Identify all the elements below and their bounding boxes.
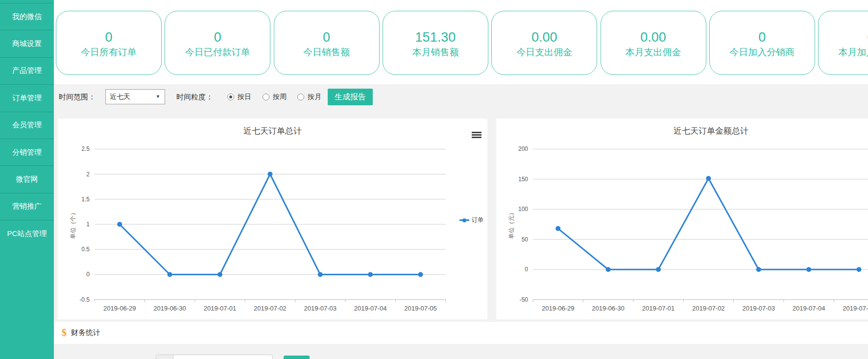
svg-text:2019-07-04: 2019-07-04 xyxy=(354,305,387,312)
svg-text:-0.5: -0.5 xyxy=(79,296,90,303)
radio-label: 按日 xyxy=(238,93,251,100)
stat-card-label: 今日销售额 xyxy=(274,46,379,59)
svg-text:0: 0 xyxy=(86,271,90,278)
svg-text:2: 2 xyxy=(86,171,90,178)
stat-card-label: 本月加入分销商 xyxy=(819,46,868,59)
legend-series-name: 订单 xyxy=(472,216,483,224)
time-range-select[interactable]: 近七天 ▼ xyxy=(105,89,165,104)
finance-section-header: $ 财务统计 xyxy=(54,322,868,344)
sidebar-item-7[interactable]: 微官网 xyxy=(0,166,54,192)
radio-option[interactable]: 按日 xyxy=(227,93,251,100)
sidebar-item-6[interactable]: 分销管理 xyxy=(0,139,54,166)
svg-text:2019-07-05: 2019-07-05 xyxy=(843,305,868,312)
svg-text:0.5: 0.5 xyxy=(81,246,90,253)
stat-card: 0今日销售额 xyxy=(274,11,380,75)
svg-text:2019-07-03: 2019-07-03 xyxy=(742,305,775,312)
stat-card-value: 151.30 xyxy=(383,30,488,45)
svg-text:100: 100 xyxy=(518,206,528,213)
stat-card-value: 0.00 xyxy=(601,30,706,45)
sidebar-item-8[interactable]: 营销推广 xyxy=(0,193,54,220)
svg-text:0: 0 xyxy=(525,266,528,273)
svg-text:2019-07-05: 2019-07-05 xyxy=(404,305,437,312)
bottom-action-button[interactable] xyxy=(284,356,310,359)
sidebar-nav: 我的微信商城设置产品管理订单管理会员管理分销管理微官网营销推广PC站点管理 xyxy=(0,0,54,359)
sidebar-item-4[interactable]: 订单管理 xyxy=(0,84,54,111)
stat-card-value: 0 xyxy=(165,30,270,45)
radio-label: 按周 xyxy=(273,93,287,100)
stat-card-label: 今日已付款订单 xyxy=(165,46,270,59)
svg-text:2019-06-29: 2019-06-29 xyxy=(542,305,575,312)
time-range-label: 时间范围： xyxy=(59,93,96,101)
stat-card-label: 今日加入分销商 xyxy=(710,46,815,59)
stat-card: 0今日已付款订单 xyxy=(165,11,270,75)
chart-panel: 2.521.510.50-0.52019-06-292019-06-302019… xyxy=(58,119,487,319)
svg-text:单位（元）: 单位（元） xyxy=(508,210,515,239)
svg-text:-50: -50 xyxy=(520,296,529,303)
chart-menu-icon[interactable] xyxy=(472,132,482,139)
radio-icon[interactable] xyxy=(263,94,269,100)
svg-text:2019-07-01: 2019-07-01 xyxy=(204,305,237,312)
sidebar-item-1[interactable]: 我的微信 xyxy=(0,3,54,30)
svg-text:150: 150 xyxy=(518,176,528,183)
dollar-icon: $ xyxy=(62,327,67,338)
svg-text:2.5: 2.5 xyxy=(81,145,90,152)
stat-card-label: 今日支出佣金 xyxy=(492,46,597,59)
chart-title: 近七天订单总计 xyxy=(58,125,487,137)
stat-card: 0今日加入分销商 xyxy=(709,11,815,75)
chart-legend[interactable]: 订单 xyxy=(459,216,483,224)
sidebar-item-3[interactable]: 产品管理 xyxy=(0,57,54,84)
bottom-select-addon xyxy=(156,355,173,359)
stat-card: 0.00本月支出佣金 xyxy=(601,11,706,75)
svg-text:单位（个）: 单位（个） xyxy=(70,210,76,239)
finance-title: 财务统计 xyxy=(71,328,100,337)
svg-text:1.5: 1.5 xyxy=(81,196,90,203)
svg-text:200: 200 xyxy=(518,145,528,152)
chart-panel: 200150100500-502019-06-292019-06-302019-… xyxy=(496,119,868,319)
svg-text:2019-07-02: 2019-07-02 xyxy=(692,305,725,312)
stat-card-value: 0 xyxy=(819,30,868,45)
svg-text:50: 50 xyxy=(522,236,529,243)
chart-title: 近七天订单金额总计 xyxy=(496,125,868,137)
svg-text:2019-06-30: 2019-06-30 xyxy=(592,305,625,312)
svg-text:2019-07-03: 2019-07-03 xyxy=(304,305,337,312)
select-arrow-icon: ▼ xyxy=(156,90,160,104)
legend-line-icon xyxy=(459,218,469,223)
svg-text:2019-06-30: 2019-06-30 xyxy=(153,305,186,312)
stat-card-value: 0 xyxy=(274,30,379,45)
svg-text:2019-06-29: 2019-06-29 xyxy=(103,305,136,312)
bottom-select[interactable] xyxy=(156,355,273,359)
sidebar-item-5[interactable]: 会员管理 xyxy=(0,112,54,139)
stat-card-label: 今日所有订单 xyxy=(56,46,161,59)
radio-option[interactable]: 按周 xyxy=(263,93,287,100)
radio-label: 按月 xyxy=(308,93,321,100)
svg-text:2019-07-04: 2019-07-04 xyxy=(793,305,825,312)
radio-option[interactable]: 按月 xyxy=(297,93,321,100)
granularity-label: 时间粒度： xyxy=(176,93,213,101)
chart-canvas: 2.521.510.50-0.52019-06-292019-06-302019… xyxy=(58,119,487,319)
chart-canvas: 200150100500-502019-06-292019-06-302019-… xyxy=(496,119,868,319)
svg-text:2019-07-02: 2019-07-02 xyxy=(254,305,287,312)
stat-card: 0今日所有订单 xyxy=(56,11,162,75)
stat-card: 151.30本月销售额 xyxy=(383,11,488,75)
svg-text:2019-07-01: 2019-07-01 xyxy=(642,305,675,312)
stat-card-value: 0 xyxy=(56,30,161,45)
sidebar-item-9[interactable]: PC站点管理 xyxy=(0,220,54,247)
svg-text:1: 1 xyxy=(86,221,90,228)
stat-card-value: 0.00 xyxy=(492,30,597,45)
stat-card-label: 本月支出佣金 xyxy=(601,46,706,59)
stat-card: 0本月加入分销商 xyxy=(818,11,868,75)
sidebar-item-2[interactable]: 商城设置 xyxy=(0,30,54,57)
stat-card: 0.00今日支出佣金 xyxy=(491,11,597,75)
stat-card-value: 0 xyxy=(710,30,815,45)
radio-selected-icon[interactable] xyxy=(227,94,234,100)
generate-report-button[interactable]: 生成报告 xyxy=(328,89,373,105)
radio-icon[interactable] xyxy=(297,94,304,100)
time-range-value: 近七天 xyxy=(110,93,130,100)
stat-card-label: 本月销售额 xyxy=(383,46,488,59)
